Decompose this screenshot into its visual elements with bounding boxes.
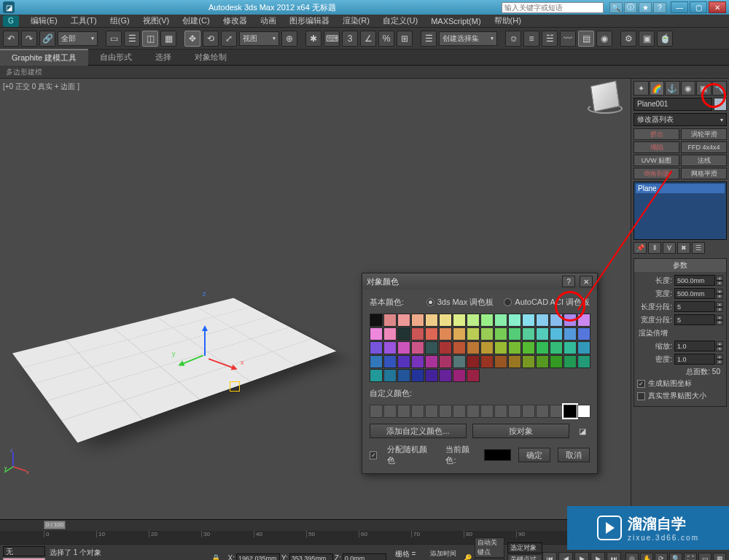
key-filters-button[interactable]: 关键点过滤器 — [507, 554, 542, 561]
coord-y-input[interactable] — [289, 553, 333, 561]
modify-tab[interactable]: 🌈 — [650, 81, 665, 96]
mod-turbosmooth[interactable]: 涡轮平滑 — [681, 128, 727, 140]
window-crossing-button[interactable]: ▦ — [160, 31, 176, 47]
star-icon[interactable]: ★ — [639, 2, 652, 13]
fov-icon[interactable]: ▭ — [698, 553, 712, 561]
custom-swatch[interactable] — [439, 405, 452, 418]
hierarchy-tab[interactable]: ⚓ — [665, 81, 680, 96]
snap-button[interactable]: 3 — [342, 31, 358, 47]
show-end-button[interactable]: Ⅱ — [648, 242, 661, 254]
select-region-button[interactable]: ◫ — [142, 31, 158, 47]
pan-icon[interactable]: ✋ — [640, 553, 653, 561]
close-button[interactable]: ✕ — [709, 1, 726, 13]
menu-tools[interactable]: 工具(T) — [65, 14, 103, 28]
color-swatch[interactable] — [467, 341, 480, 354]
pivot-button[interactable]: ⊕ — [281, 31, 297, 47]
color-swatch[interactable] — [425, 341, 438, 354]
color-swatch[interactable] — [494, 341, 507, 354]
mod-collapse[interactable]: 塌陷 — [634, 141, 679, 153]
color-swatch[interactable] — [425, 314, 438, 327]
ribbon-tab-paint[interactable]: 对象绘制 — [183, 50, 238, 65]
custom-swatch[interactable] — [370, 405, 383, 418]
ribbon-tab-freeform[interactable]: 自由形式 — [88, 50, 144, 65]
pin-stack-button[interactable]: 📌 — [634, 242, 647, 254]
color-swatch[interactable] — [480, 314, 494, 327]
help-search-input[interactable] — [502, 2, 604, 13]
menu-views[interactable]: 视图(V) — [137, 14, 176, 28]
color-swatch[interactable] — [508, 327, 521, 341]
length-segs-spinner[interactable]: 5 — [674, 301, 715, 312]
render-setup-button[interactable]: ⚙ — [620, 31, 636, 47]
curve-editor-button[interactable]: 〰 — [560, 31, 576, 47]
color-swatch[interactable] — [467, 369, 480, 382]
remove-button[interactable]: ✖ — [677, 242, 690, 254]
color-swatch[interactable] — [522, 314, 535, 327]
color-swatch[interactable] — [550, 314, 563, 327]
color-swatch[interactable] — [577, 341, 590, 354]
color-swatch[interactable] — [577, 355, 590, 368]
dialog-close-button[interactable]: ✕ — [580, 276, 593, 287]
mirror-button[interactable]: ⎊ — [505, 31, 521, 47]
key-icon[interactable]: 🔑 — [463, 554, 472, 560]
isolate-icon[interactable]: ◎ — [625, 553, 639, 561]
color-swatch[interactable] — [397, 369, 410, 382]
select-button[interactable]: ▭ — [106, 31, 122, 47]
menu-customize[interactable]: 自定义(U) — [377, 14, 424, 28]
color-swatch[interactable] — [383, 369, 397, 382]
color-swatch[interactable] — [411, 327, 424, 341]
next-frame-button[interactable]: ▶ — [590, 552, 605, 561]
menu-animation[interactable]: 动画 — [254, 14, 282, 28]
length-spinner[interactable]: 500.0mm — [674, 275, 715, 286]
display-tab[interactable]: ▣ — [696, 81, 712, 96]
selection-filter-combo[interactable]: 全部 — [58, 31, 98, 46]
script-listener[interactable]: 无 — [3, 546, 45, 556]
color-swatch[interactable] — [564, 341, 577, 354]
color-swatch[interactable] — [453, 369, 466, 382]
color-swatch[interactable] — [494, 314, 507, 327]
material-button[interactable]: ◉ — [596, 31, 612, 47]
color-swatch[interactable] — [383, 314, 397, 327]
color-swatch[interactable] — [508, 341, 521, 354]
maximize-button[interactable]: ▢ — [690, 1, 707, 13]
modifier-stack[interactable]: Plane — [634, 182, 727, 240]
menu-help[interactable]: 帮助(H) — [488, 14, 527, 28]
color-swatch[interactable] — [425, 355, 438, 368]
named-sel-button[interactable]: ☰ — [421, 31, 437, 47]
custom-swatch[interactable] — [453, 405, 466, 418]
color-swatch[interactable] — [536, 327, 549, 341]
menu-graph[interactable]: 图形编辑器 — [284, 14, 335, 28]
color-swatch[interactable] — [411, 369, 424, 382]
autokey-button[interactable]: 自动关键点 — [475, 537, 504, 558]
link-button[interactable]: 🔗 — [39, 31, 55, 47]
menu-modifiers[interactable]: 修改器 — [217, 14, 253, 28]
goto-end-button[interactable]: ⏭ — [607, 552, 621, 561]
mod-extrude[interactable]: 挤出 — [634, 128, 679, 140]
palette-3dsmax-radio[interactable] — [426, 298, 434, 306]
color-swatch[interactable] — [564, 327, 577, 341]
percent-snap-button[interactable]: % — [378, 31, 394, 47]
color-swatch[interactable] — [425, 369, 438, 382]
color-swatch[interactable] — [397, 355, 410, 368]
spinner-snap-button[interactable]: ⊞ — [397, 31, 413, 47]
coord-x-input[interactable] — [236, 553, 280, 561]
color-swatch[interactable] — [383, 327, 397, 341]
color-swatch[interactable] — [467, 314, 480, 327]
color-swatch[interactable] — [536, 341, 549, 354]
color-swatch[interactable] — [411, 314, 424, 327]
undo-button[interactable]: ↶ — [3, 31, 19, 47]
mod-bevel[interactable]: 倒角剖面 — [634, 168, 679, 179]
manipulate-button[interactable]: ✱ — [305, 31, 321, 47]
color-swatch[interactable] — [411, 341, 424, 354]
object-name-field[interactable]: Plane001 — [634, 98, 712, 111]
color-swatch[interactable] — [439, 327, 452, 341]
assign-random-checkbox[interactable] — [370, 451, 377, 459]
width-spinner[interactable]: 500.0mm — [674, 288, 715, 299]
color-swatch[interactable] — [439, 314, 452, 327]
color-swatch[interactable] — [480, 327, 494, 341]
params-rollout-header[interactable]: 参数 — [634, 259, 726, 272]
color-swatch[interactable] — [397, 327, 410, 341]
schematic-button[interactable]: ▤ — [578, 31, 594, 47]
color-swatch[interactable] — [439, 355, 452, 368]
add-time-tag[interactable]: 添加时间标记 — [430, 549, 461, 561]
color-swatch[interactable] — [508, 314, 521, 327]
